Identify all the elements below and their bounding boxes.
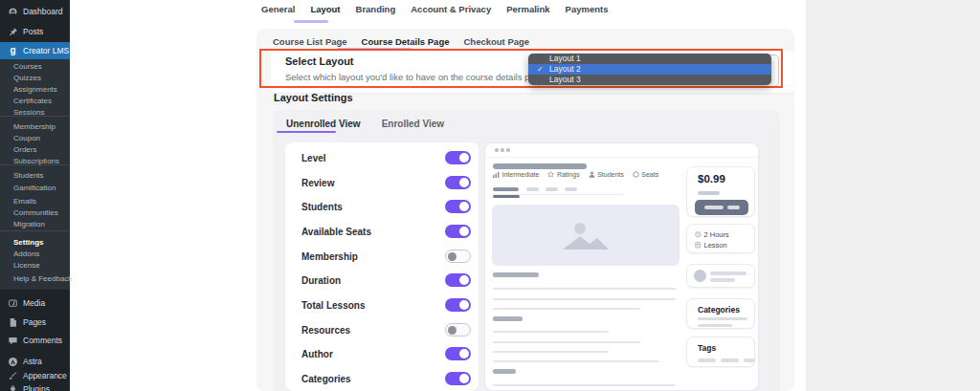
- dropdown-option-layout-1[interactable]: Layout 1: [528, 54, 771, 64]
- tags-card: Tags: [686, 337, 755, 367]
- level-toggle[interactable]: [445, 151, 471, 164]
- toggle-label: Duration: [301, 275, 341, 286]
- astra-icon: [8, 357, 18, 367]
- sidebar-item-coupon[interactable]: Coupon: [13, 134, 40, 142]
- sidebar-item-migration[interactable]: Migration: [13, 220, 45, 228]
- preview-tab-skeleton: [526, 187, 539, 191]
- active-view-underline: [277, 131, 336, 133]
- sidebar-item-students[interactable]: Students: [13, 171, 44, 180]
- sidebar-item-posts[interactable]: Posts: [0, 23, 70, 40]
- sidebar-item-emails[interactable]: Emails: [13, 197, 36, 206]
- creator-lms-icon: g: [8, 46, 18, 56]
- dropdown-option-layout-3[interactable]: Layout 3: [528, 75, 771, 85]
- course-title-skeleton: [493, 163, 587, 169]
- course-meta-row: Intermediate Ratings Students Seats: [493, 171, 658, 178]
- categories-title: Categories: [698, 305, 740, 315]
- sidebar-item-certificates[interactable]: Certificates: [13, 97, 52, 105]
- comments-icon: [8, 336, 18, 346]
- posts-icon: [8, 27, 18, 37]
- sidebar-item-license[interactable]: License: [13, 261, 40, 270]
- checkmark-icon: ✓: [537, 64, 544, 75]
- skeleton-heading: [493, 316, 523, 321]
- meta-ratings: Ratings: [547, 171, 579, 178]
- toggle-label: Resources: [301, 325, 350, 336]
- tab-course-details-page[interactable]: Course Details Page: [362, 34, 450, 49]
- sidebar-item-communities[interactable]: Communities: [13, 208, 58, 217]
- sidebar-item-addons[interactable]: Addons: [13, 250, 39, 258]
- tab-permalink[interactable]: Permalink: [506, 4, 549, 14]
- skeleton-heading: [493, 272, 539, 277]
- tab-enrolled-view[interactable]: Enrolled View: [382, 119, 444, 129]
- price-value: $0.99: [698, 173, 725, 185]
- review-toggle[interactable]: [445, 176, 471, 189]
- tab-account-privacy[interactable]: Account & Privacy: [411, 4, 491, 14]
- author-toggle[interactable]: [445, 347, 471, 360]
- wp-admin-sidebar: Dashboard Posts g Creator LMS Courses Qu…: [0, 0, 70, 391]
- sidebar-item-quizzes[interactable]: Quizzes: [13, 74, 41, 82]
- skeleton-line: [493, 351, 609, 353]
- sidebar-item-gamification[interactable]: Gamification: [13, 184, 56, 192]
- categories-toggle[interactable]: [445, 372, 471, 385]
- preview-tab-skeleton: [493, 187, 519, 191]
- category-skeleton: [698, 324, 732, 327]
- duration-toggle[interactable]: [445, 273, 471, 287]
- membership-toggle[interactable]: [445, 250, 471, 263]
- price-skeleton-bar: [698, 191, 720, 195]
- meta-level: Intermediate: [493, 171, 539, 178]
- star-icon: [547, 171, 554, 178]
- duration-row: 2 Hours: [695, 230, 729, 239]
- resources-toggle[interactable]: [445, 323, 471, 337]
- tab-course-list-page[interactable]: Course List Page: [273, 34, 347, 49]
- available-seats-toggle[interactable]: [445, 225, 471, 238]
- toggle-row-review: Review: [301, 176, 471, 189]
- sidebar-item-label: Dashboard: [23, 7, 63, 16]
- dropdown-option-layout-2[interactable]: ✓Layout 2: [528, 64, 771, 75]
- avatar: [694, 270, 706, 282]
- sidebar-item-label: Pages: [23, 317, 46, 327]
- skeleton-line: [493, 341, 640, 343]
- tab-payments[interactable]: Payments: [566, 4, 609, 14]
- skeleton-line: [493, 360, 659, 362]
- media-icon: [8, 298, 18, 309]
- toggle-row-total-lessons: Total Lessons: [301, 298, 471, 312]
- sidebar-item-settings[interactable]: Settings: [13, 238, 44, 247]
- sidebar-item-orders[interactable]: Orders: [13, 145, 36, 154]
- duration-label: 2 Hours: [704, 230, 729, 239]
- sidebar-item-plugins[interactable]: Plugins: [0, 380, 70, 391]
- sidebar-item-comments[interactable]: Comments: [0, 332, 70, 349]
- tab-layout[interactable]: Layout: [310, 4, 340, 14]
- sidebar-item-label: Appearance: [23, 371, 67, 380]
- course-image-placeholder: [492, 205, 679, 266]
- sidebar-item-label: Creator LMS: [23, 46, 69, 55]
- sidebar-item-pages[interactable]: Pages: [0, 314, 70, 331]
- person-icon: [589, 171, 595, 178]
- sidebar-item-assignments[interactable]: Assignments: [13, 85, 57, 94]
- tab-general[interactable]: General: [261, 4, 295, 14]
- tab-unenrolled-view[interactable]: Unenrolled View: [286, 119, 361, 129]
- sidebar-item-membership[interactable]: Membership: [13, 122, 56, 131]
- sidebar-item-label: Comments: [23, 336, 62, 345]
- tab-branding[interactable]: Branding: [356, 4, 396, 14]
- page-sub-tab-bar: Course List Page Course Details Page Che…: [273, 34, 529, 49]
- dashboard-icon: [8, 7, 18, 17]
- sidebar-item-media[interactable]: Media: [0, 294, 70, 312]
- skeleton-line: [493, 298, 676, 300]
- preview-tab-skeleton: [546, 187, 558, 191]
- categories-card: Categories: [686, 298, 755, 329]
- sidebar-item-courses[interactable]: Courses: [13, 62, 42, 71]
- clock-icon: [695, 231, 702, 238]
- toggle-label: Available Seats: [301, 227, 371, 237]
- sidebar-item-dashboard[interactable]: Dashboard: [0, 3, 70, 20]
- price-card: $0.99: [686, 166, 755, 217]
- sidebar-item-help-feedback[interactable]: Help & Feedback: [13, 274, 72, 283]
- buy-button-skeleton[interactable]: [695, 200, 748, 215]
- layout-section-container: Course List Page Course Details Page Che…: [256, 29, 794, 391]
- tab-checkout-page[interactable]: Checkout Page: [463, 34, 529, 49]
- skeleton-line: [493, 331, 609, 333]
- toggle-row-author: Author: [301, 347, 471, 360]
- sidebar-item-creator-lms[interactable]: g Creator LMS: [0, 42, 70, 59]
- students-toggle[interactable]: [445, 200, 471, 213]
- total-lessons-toggle[interactable]: [445, 298, 471, 312]
- toggle-row-resources: Resources: [301, 323, 471, 337]
- toggle-row-students: Students: [301, 200, 471, 213]
